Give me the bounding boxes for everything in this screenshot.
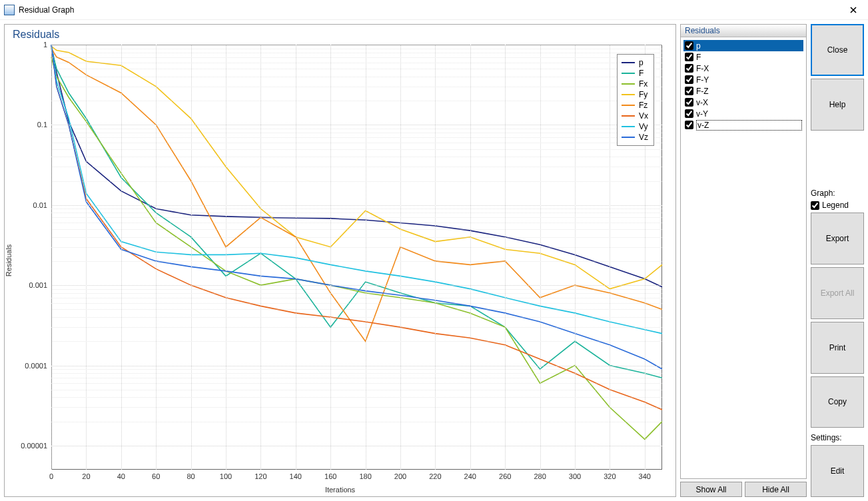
residual-item-label: F-Z xyxy=(696,87,709,96)
residual-item-checkbox[interactable] xyxy=(685,87,693,95)
export-all-button[interactable]: Export All xyxy=(811,267,864,319)
show-all-button[interactable]: Show All xyxy=(680,482,742,497)
residual-item-checkbox[interactable] xyxy=(685,64,693,73)
x-tick: 140 xyxy=(290,470,302,480)
legend-swatch xyxy=(622,94,635,95)
x-tick: 60 xyxy=(152,470,160,480)
legend-swatch xyxy=(622,105,635,106)
residual-item-checkbox[interactable] xyxy=(685,109,693,118)
graph-section-label: Graph: xyxy=(811,189,864,198)
print-button[interactable]: Print xyxy=(811,322,864,374)
help-button[interactable]: Help xyxy=(811,79,864,131)
legend-swatch xyxy=(622,137,635,138)
chart-legend: pFFxFyFzVxVyVz xyxy=(617,54,654,146)
residual-item-checkbox[interactable] xyxy=(685,53,693,61)
legend-item: Vz xyxy=(622,132,648,143)
x-tick: 80 xyxy=(187,470,195,480)
residual-item-label: F-Y xyxy=(696,75,709,85)
window-close-button[interactable] xyxy=(838,0,868,20)
legend-item: Vy xyxy=(622,121,648,132)
y-tick: 0.1 xyxy=(37,121,51,129)
legend-label: Fx xyxy=(639,79,648,89)
x-axis-label: Iterations xyxy=(325,486,355,494)
residual-list-item[interactable]: F-Y xyxy=(683,74,803,85)
y-tick: 0.0001 xyxy=(25,362,51,370)
legend-swatch xyxy=(622,62,635,63)
legend-checkbox-label: Legend xyxy=(822,201,849,210)
residual-item-checkbox[interactable] xyxy=(685,98,693,107)
edit-button[interactable]: Edit xyxy=(811,445,864,497)
x-tick: 120 xyxy=(254,470,266,480)
residuals-group: Residuals pFF-XF-YF-Zv-Xv-Yv-Z xyxy=(680,24,807,479)
x-tick: 160 xyxy=(324,470,336,480)
residuals-list[interactable]: pFF-XF-YF-Zv-Xv-Yv-Z xyxy=(683,40,803,476)
x-tick: 240 xyxy=(464,470,476,480)
close-icon xyxy=(850,7,857,13)
series-Vy xyxy=(51,45,662,334)
plot-area[interactable]: 0204060801001201401601802002202402602803… xyxy=(51,45,662,470)
legend-item: Fy xyxy=(622,89,648,100)
residual-item-label: v-X xyxy=(696,98,708,107)
residual-item-label: v-Y xyxy=(696,109,708,119)
x-tick: 340 xyxy=(639,470,651,480)
x-tick: 0 xyxy=(49,470,53,480)
hide-all-button[interactable]: Hide All xyxy=(745,482,807,497)
legend-swatch xyxy=(622,115,635,117)
x-tick: 100 xyxy=(220,470,232,480)
legend-checkbox-row[interactable]: Legend xyxy=(811,201,864,210)
legend-item: Fx xyxy=(622,79,648,89)
x-tick: 260 xyxy=(499,470,511,480)
residuals-group-title: Residuals xyxy=(681,25,806,37)
x-tick: 300 xyxy=(569,470,581,480)
x-tick: 320 xyxy=(604,470,616,480)
residual-list-item[interactable]: p xyxy=(683,40,803,51)
x-tick: 180 xyxy=(359,470,371,480)
copy-button[interactable]: Copy xyxy=(811,376,864,428)
residual-item-label: F xyxy=(696,53,701,62)
legend-label: F xyxy=(639,68,644,79)
residual-item-checkbox[interactable] xyxy=(685,41,693,50)
residual-list-item[interactable]: v-Z xyxy=(683,119,803,131)
chart-lines xyxy=(51,45,662,470)
x-tick: 40 xyxy=(117,470,125,480)
legend-item: Fz xyxy=(622,100,648,111)
y-axis-label: Residuals xyxy=(5,245,13,276)
app-icon xyxy=(4,5,15,15)
y-tick: 1 xyxy=(43,41,51,49)
legend-item: p xyxy=(622,57,648,68)
y-tick: 0.01 xyxy=(33,201,51,209)
y-tick: 0.00001 xyxy=(21,442,51,450)
residual-item-label: v-Z xyxy=(696,120,802,131)
window-title: Residual Graph xyxy=(19,5,838,15)
legend-label: Fy xyxy=(639,89,648,100)
x-tick: 280 xyxy=(534,470,546,480)
series-Fy xyxy=(51,47,662,289)
legend-swatch xyxy=(622,83,635,85)
x-tick: 220 xyxy=(429,470,441,480)
chart-panel: Residuals Residuals Iterations 020406080… xyxy=(4,24,676,497)
legend-checkbox[interactable] xyxy=(811,201,819,210)
residual-list-item[interactable]: F-Z xyxy=(683,85,803,97)
residual-list-item[interactable]: v-X xyxy=(683,97,803,108)
residual-item-checkbox[interactable] xyxy=(685,75,693,84)
residual-list-item[interactable]: F xyxy=(683,51,803,63)
close-button[interactable]: Close xyxy=(811,24,864,76)
residual-list-item[interactable]: F-X xyxy=(683,63,803,74)
legend-item: Vx xyxy=(622,111,648,121)
legend-label: Fz xyxy=(639,100,648,111)
residual-list-item[interactable]: v-Y xyxy=(683,108,803,119)
settings-section-label: Settings: xyxy=(811,433,864,442)
legend-swatch xyxy=(622,73,635,74)
chart-title: Residuals xyxy=(13,29,59,41)
y-tick: 0.001 xyxy=(29,281,51,289)
x-tick: 200 xyxy=(394,470,406,480)
legend-label: p xyxy=(639,57,644,68)
residual-item-checkbox[interactable] xyxy=(685,121,693,129)
legend-label: Vz xyxy=(639,132,648,143)
export-button[interactable]: Export xyxy=(811,213,864,264)
legend-swatch xyxy=(622,126,635,127)
legend-label: Vx xyxy=(639,111,648,121)
series-Vx xyxy=(51,45,662,410)
titlebar: Residual Graph xyxy=(0,0,868,20)
residual-item-label: F-X xyxy=(696,64,709,73)
